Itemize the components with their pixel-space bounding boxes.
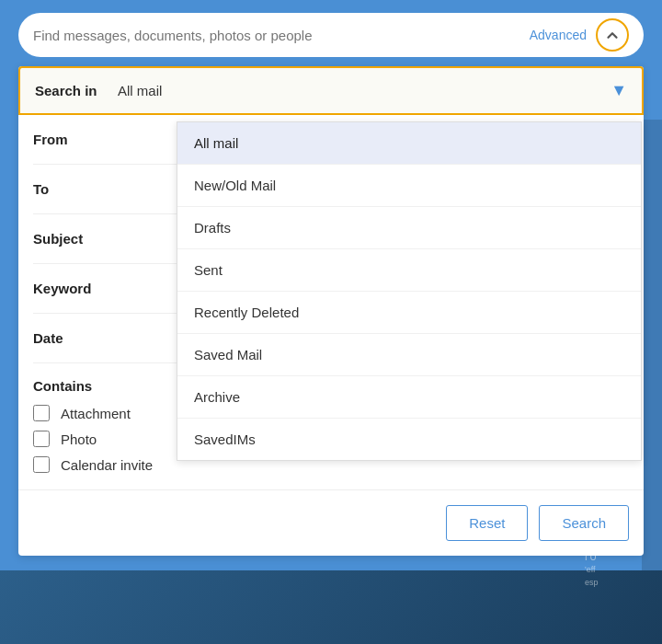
dropdown-option-all-mail[interactable]: All mail <box>177 122 641 165</box>
calendar-invite-checkbox[interactable] <box>33 456 50 473</box>
dropdown-option-sent[interactable]: Sent <box>177 249 641 292</box>
dropdown-arrow-icon: ▼ <box>611 81 627 100</box>
top-search-bar: Advanced <box>18 13 644 57</box>
attachment-label[interactable]: Attachment <box>61 406 131 421</box>
background-footer-text: f U 'eff esp <box>585 550 658 589</box>
dropdown-option-archive[interactable]: Archive <box>177 376 641 419</box>
dropdown-option-saved-ims[interactable]: SavedIMs <box>177 419 641 460</box>
search-in-value: All mail <box>118 83 611 98</box>
dropdown-option-saved-mail[interactable]: Saved Mail <box>177 334 641 376</box>
keyword-label: Keyword <box>33 281 125 296</box>
collapse-button[interactable] <box>596 18 629 52</box>
advanced-link[interactable]: Advanced <box>530 28 587 42</box>
photo-label[interactable]: Photo <box>61 431 97 447</box>
footer-buttons: Reset Search <box>18 489 644 556</box>
photo-checkbox[interactable] <box>33 431 50 447</box>
dropdown-option-recently-deleted[interactable]: Recently Deleted <box>177 292 641 334</box>
search-button[interactable]: Search <box>539 505 629 541</box>
advanced-search-panel: Search in All mail ▼ All mail New/Old Ma… <box>18 66 644 556</box>
calendar-invite-label[interactable]: Calendar invite <box>61 457 153 473</box>
reset-button[interactable]: Reset <box>446 505 528 541</box>
search-in-row[interactable]: Search in All mail ▼ All mail New/Old Ma… <box>18 66 644 115</box>
search-in-label: Search in <box>35 83 118 98</box>
date-label: Date <box>33 330 125 346</box>
to-label: To <box>33 181 125 197</box>
dropdown-option-new-old-mail[interactable]: New/Old Mail <box>177 165 641 207</box>
main-search-input[interactable] <box>33 28 530 43</box>
search-in-dropdown: All mail New/Old Mail Drafts Sent Recent… <box>177 121 642 461</box>
subject-label: Subject <box>33 231 125 247</box>
dropdown-option-drafts[interactable]: Drafts <box>177 207 641 249</box>
attachment-checkbox[interactable] <box>33 405 50 421</box>
from-label: From <box>33 132 125 147</box>
